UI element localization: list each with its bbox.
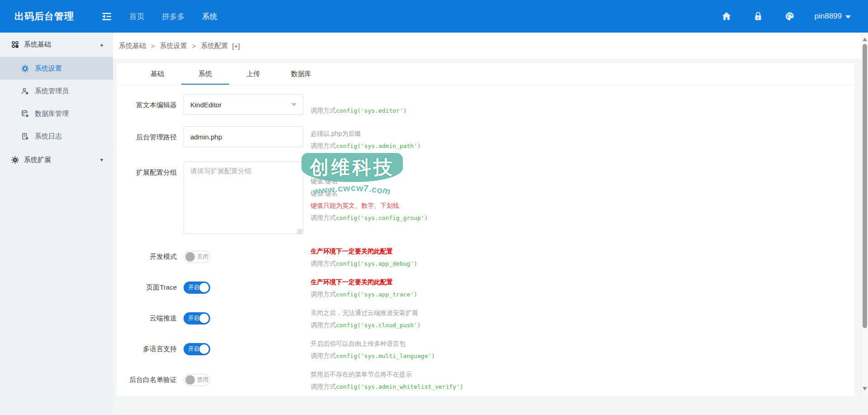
field-help: 请按如下格式填写:键值:键名键值:键名键值只能为英文、数字、下划线调用方式con…: [311, 162, 428, 224]
field-control: 开启: [184, 276, 303, 294]
field-label: 开发模式: [117, 245, 184, 261]
help-line: 调用方式config('sys.app_trace'): [311, 288, 417, 301]
field-control: 开启: [184, 338, 303, 355]
gear-icon: [21, 64, 30, 73]
help-code: config('sys.cloud_push'): [336, 322, 421, 329]
user-menu[interactable]: pin8899: [814, 12, 851, 21]
help-prefix: 调用方式: [311, 142, 336, 149]
sidebar-group-label: 系统基础: [24, 40, 51, 49]
config-form: 富文本编辑器KindEditor调用方式config('sys.editor')…: [117, 85, 854, 396]
select-caret-icon: [291, 103, 297, 106]
toggle-knob: [199, 314, 209, 323]
vertical-scrollbar: [861, 33, 868, 396]
lock-icon[interactable]: [753, 11, 764, 22]
tab-2[interactable]: 上传: [229, 63, 277, 85]
sidebar-group-1[interactable]: 系统扩展▼: [0, 148, 113, 172]
help-code: config('sys.app_trace'): [336, 291, 417, 298]
toggle-state-label: 开启: [188, 284, 199, 291]
form-row-6: 多语言支持开启开启后你可以自由上传多种语言包调用方式config('sys.mu…: [117, 338, 854, 363]
sidebar-group-0[interactable]: 系统基础▲: [0, 33, 113, 57]
field-control: 关闭: [184, 245, 303, 263]
field-help: 调用方式config('sys.editor'): [311, 94, 407, 117]
help-line: 调用方式config('sys.editor'): [311, 105, 407, 117]
help-line: 开启后你可以自由上传多种语言包: [311, 338, 435, 350]
username: pin8899: [814, 12, 842, 21]
toggle-switch-4[interactable]: 开启: [184, 281, 210, 294]
help-line: 生产环境下一定要关闭此配置: [311, 276, 417, 288]
scrollbar-down-arrow[interactable]: [862, 386, 868, 391]
scrollbar-up-arrow[interactable]: [862, 37, 868, 42]
field-label: 富文本编辑器: [117, 94, 184, 110]
field-label: 多语言支持: [117, 338, 184, 353]
sidebar-item-label: 数据库管理: [35, 110, 69, 118]
field-help: 必须以.php为后缀调用方式config('sys.admin_path'): [311, 126, 421, 152]
help-code: config('sys.config_group'): [336, 215, 428, 221]
form-row-2: 扩展配置分组请按如下格式填写:键值:键名键值:键名键值只能为英文、数字、下划线调…: [117, 162, 854, 236]
help-line: 调用方式config('sys.multi_language'): [311, 350, 435, 362]
help-line: 调用方式config('sys.cloud_push'): [311, 319, 421, 331]
field-help: 生产环境下一定要关闭此配置调用方式config('sys.app_trace'): [311, 276, 417, 301]
breadcrumb-item-0[interactable]: 系统基础: [119, 42, 146, 50]
grid-icon: [11, 40, 20, 49]
user-caret-icon: [845, 15, 851, 19]
main-area: 系统基础>系统设置>系统配置[+] 基础系统上传数据库 富文本编辑器KindEd…: [113, 33, 861, 415]
toggle-switch-7[interactable]: 禁用: [184, 374, 210, 386]
form-row-3: 开发模式关闭生产环境下一定要关闭此配置调用方式config('sys.app_d…: [117, 245, 854, 271]
field-control: 开启: [184, 307, 303, 324]
sidebar: 系统基础▲系统设置系统管理员数据库管理系统日志系统扩展▼: [0, 33, 113, 415]
palette-icon[interactable]: [784, 11, 795, 22]
nav-item-1[interactable]: 拼多多: [153, 0, 193, 33]
field-help: 关闭之后，无法通过云端推送安装扩展调用方式config('sys.cloud_p…: [311, 307, 421, 331]
toggle-switch-3[interactable]: 关闭: [184, 251, 210, 263]
help-code: config('sys.admin_path'): [336, 143, 421, 149]
help-line: 调用方式config('sys.admin_path'): [311, 140, 421, 152]
home-icon[interactable]: [721, 11, 732, 22]
help-line: 调用方式config('sys.admin_whitelist_verify'): [311, 381, 463, 393]
toggle-switch-6[interactable]: 开启: [184, 343, 210, 355]
help-line: 键值:键名: [311, 187, 428, 200]
field-control: [184, 162, 303, 236]
nav-item-2[interactable]: 系统: [193, 0, 226, 33]
field-label: 页面Trace: [117, 276, 184, 292]
form-row-1: 后台管理路径必须以.php为后缀调用方式config('sys.admin_pa…: [117, 126, 854, 152]
tab-1[interactable]: 系统: [181, 63, 229, 85]
help-prefix: 调用方式: [311, 321, 336, 329]
breadcrumb-separator: >: [151, 42, 155, 50]
toggle-state-label: 关闭: [197, 253, 208, 261]
log-icon: [21, 132, 30, 141]
textarea-2[interactable]: [184, 162, 303, 234]
toggle-switch-5[interactable]: 开启: [184, 312, 210, 324]
sidebar-item-0-0[interactable]: 系统设置: [0, 57, 113, 80]
nav-item-0[interactable]: 首页: [121, 0, 153, 33]
resize-handle-icon[interactable]: [297, 229, 302, 234]
text-input-1[interactable]: [184, 126, 303, 147]
toggle-state-label: 开启: [188, 315, 199, 322]
sidebar-item-0-3[interactable]: 系统日志: [0, 125, 113, 148]
chevron-up-icon: ▲: [99, 42, 104, 47]
sidebar-item-label: 系统管理员: [35, 87, 69, 95]
breadcrumb-item-1[interactable]: 系统设置: [160, 42, 187, 50]
sidebar-toggle-icon[interactable]: [97, 7, 116, 26]
field-label: 后台管理路径: [117, 126, 184, 142]
toggle-knob: [199, 283, 209, 292]
sidebar-item-0-1[interactable]: 系统管理员: [0, 80, 113, 102]
select-0[interactable]: KindEditor: [184, 94, 303, 115]
tab-0[interactable]: 基础: [133, 63, 181, 85]
breadcrumb: 系统基础>系统设置>系统配置[+]: [113, 33, 861, 59]
help-line: 键值:键名: [311, 175, 428, 187]
toggle-knob: [185, 252, 195, 262]
toggle-knob: [199, 344, 209, 354]
toggle-state-label: 开启: [188, 345, 199, 353]
help-prefix: 调用方式: [311, 383, 336, 390]
top-menu: 首页拼多多系统: [121, 0, 226, 33]
help-code: config('sys.multi_language'): [336, 353, 435, 359]
help-line: 请按如下格式填写:: [311, 163, 428, 175]
field-control: [184, 126, 303, 147]
help-line: 必须以.php为后缀: [311, 128, 421, 140]
navbar-right: pin8899: [700, 11, 868, 22]
database-icon: [21, 109, 30, 118]
field-label: 云端推送: [117, 307, 184, 323]
tab-3[interactable]: 数据库: [277, 63, 325, 85]
sidebar-item-0-2[interactable]: 数据库管理: [0, 102, 113, 125]
scrollbar-thumb[interactable]: [863, 44, 867, 328]
